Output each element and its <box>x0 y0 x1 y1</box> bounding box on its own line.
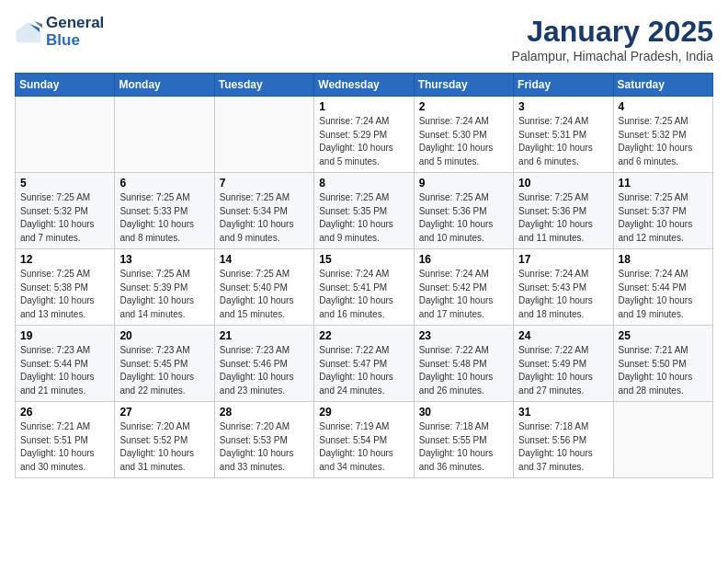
calendar-week-1: 1Sunrise: 7:24 AM Sunset: 5:29 PM Daylig… <box>16 97 713 173</box>
day-number: 3 <box>518 100 608 113</box>
calendar-cell: 25Sunrise: 7:21 AM Sunset: 5:50 PM Dayli… <box>613 326 712 402</box>
calendar-cell: 17Sunrise: 7:24 AM Sunset: 5:43 PM Dayli… <box>514 249 613 326</box>
title-block: January 2025 Palampur, Himachal Pradesh,… <box>512 15 713 63</box>
day-number: 12 <box>20 253 109 266</box>
day-number: 18 <box>619 253 708 266</box>
calendar-header-row: SundayMondayTuesdayWednesdayThursdayFrid… <box>16 74 713 97</box>
calendar-cell: 16Sunrise: 7:24 AM Sunset: 5:42 PM Dayli… <box>414 249 513 326</box>
calendar-cell: 21Sunrise: 7:23 AM Sunset: 5:46 PM Dayli… <box>214 326 313 402</box>
day-info: Sunrise: 7:25 AM Sunset: 5:35 PM Dayligh… <box>319 191 408 245</box>
location-subtitle: Palampur, Himachal Pradesh, India <box>512 49 713 63</box>
calendar-cell: 12Sunrise: 7:25 AM Sunset: 5:38 PM Dayli… <box>16 249 115 326</box>
calendar-week-4: 19Sunrise: 7:23 AM Sunset: 5:44 PM Dayli… <box>16 326 713 402</box>
calendar-cell: 15Sunrise: 7:24 AM Sunset: 5:41 PM Dayli… <box>314 249 414 326</box>
calendar-cell: 3Sunrise: 7:24 AM Sunset: 5:31 PM Daylig… <box>514 97 613 173</box>
day-info: Sunrise: 7:24 AM Sunset: 5:44 PM Dayligh… <box>619 268 708 321</box>
day-info: Sunrise: 7:22 AM Sunset: 5:47 PM Dayligh… <box>319 344 408 397</box>
day-info: Sunrise: 7:25 AM Sunset: 5:32 PM Dayligh… <box>619 115 708 168</box>
day-number: 4 <box>619 100 708 113</box>
calendar-cell: 19Sunrise: 7:23 AM Sunset: 5:44 PM Dayli… <box>16 326 115 402</box>
day-number: 26 <box>20 406 109 419</box>
calendar-cell: 18Sunrise: 7:24 AM Sunset: 5:44 PM Dayli… <box>613 249 712 326</box>
day-number: 25 <box>619 329 708 342</box>
day-info: Sunrise: 7:22 AM Sunset: 5:48 PM Dayligh… <box>419 344 508 397</box>
calendar-cell: 14Sunrise: 7:25 AM Sunset: 5:40 PM Dayli… <box>214 249 313 326</box>
day-info: Sunrise: 7:18 AM Sunset: 5:56 PM Dayligh… <box>518 420 608 474</box>
calendar-cell: 10Sunrise: 7:25 AM Sunset: 5:36 PM Dayli… <box>514 173 613 249</box>
day-number: 1 <box>319 100 408 113</box>
calendar-week-2: 5Sunrise: 7:25 AM Sunset: 5:32 PM Daylig… <box>16 173 713 249</box>
calendar-cell: 13Sunrise: 7:25 AM Sunset: 5:39 PM Dayli… <box>115 249 214 326</box>
day-number: 29 <box>319 406 408 419</box>
day-info: Sunrise: 7:23 AM Sunset: 5:46 PM Dayligh… <box>220 344 309 397</box>
calendar-cell: 28Sunrise: 7:20 AM Sunset: 5:53 PM Dayli… <box>214 402 313 478</box>
day-number: 10 <box>518 177 608 190</box>
page-header: General Blue January 2025 Palampur, Hima… <box>15 15 713 63</box>
day-info: Sunrise: 7:18 AM Sunset: 5:55 PM Dayligh… <box>419 420 508 474</box>
day-number: 22 <box>319 329 408 342</box>
column-header-tuesday: Tuesday <box>214 74 313 97</box>
day-number: 16 <box>419 253 508 266</box>
calendar-cell: 11Sunrise: 7:25 AM Sunset: 5:37 PM Dayli… <box>613 173 712 249</box>
day-info: Sunrise: 7:25 AM Sunset: 5:39 PM Dayligh… <box>119 268 209 321</box>
logo-text: General Blue <box>46 15 104 49</box>
day-info: Sunrise: 7:25 AM Sunset: 5:33 PM Dayligh… <box>119 191 209 245</box>
calendar-cell: 5Sunrise: 7:25 AM Sunset: 5:32 PM Daylig… <box>16 173 115 249</box>
calendar-cell: 31Sunrise: 7:18 AM Sunset: 5:56 PM Dayli… <box>514 402 613 478</box>
day-number: 23 <box>419 329 508 342</box>
day-number: 21 <box>220 329 309 342</box>
column-header-sunday: Sunday <box>16 74 115 97</box>
day-number: 31 <box>518 406 608 419</box>
day-info: Sunrise: 7:24 AM Sunset: 5:41 PM Dayligh… <box>319 268 408 321</box>
day-info: Sunrise: 7:25 AM Sunset: 5:38 PM Dayligh… <box>20 268 109 321</box>
calendar-cell: 30Sunrise: 7:18 AM Sunset: 5:55 PM Dayli… <box>414 402 513 478</box>
calendar-cell: 24Sunrise: 7:22 AM Sunset: 5:49 PM Dayli… <box>514 326 613 402</box>
calendar-body: 1Sunrise: 7:24 AM Sunset: 5:29 PM Daylig… <box>16 97 713 478</box>
day-info: Sunrise: 7:20 AM Sunset: 5:52 PM Dayligh… <box>119 420 209 474</box>
calendar-cell: 27Sunrise: 7:20 AM Sunset: 5:52 PM Dayli… <box>115 402 214 478</box>
logo-icon <box>15 18 42 46</box>
day-info: Sunrise: 7:20 AM Sunset: 5:53 PM Dayligh… <box>220 420 309 474</box>
day-number: 9 <box>419 177 508 190</box>
day-info: Sunrise: 7:21 AM Sunset: 5:51 PM Dayligh… <box>20 420 109 474</box>
calendar-week-3: 12Sunrise: 7:25 AM Sunset: 5:38 PM Dayli… <box>16 249 713 326</box>
day-info: Sunrise: 7:24 AM Sunset: 5:31 PM Dayligh… <box>518 115 608 168</box>
column-header-wednesday: Wednesday <box>314 74 414 97</box>
day-info: Sunrise: 7:25 AM Sunset: 5:40 PM Dayligh… <box>220 268 309 321</box>
day-info: Sunrise: 7:24 AM Sunset: 5:42 PM Dayligh… <box>419 268 508 321</box>
column-header-thursday: Thursday <box>414 74 513 97</box>
column-header-monday: Monday <box>115 74 214 97</box>
day-number: 19 <box>20 329 109 342</box>
day-info: Sunrise: 7:24 AM Sunset: 5:30 PM Dayligh… <box>419 115 508 168</box>
calendar-table: SundayMondayTuesdayWednesdayThursdayFrid… <box>15 73 713 478</box>
day-number: 5 <box>20 177 109 190</box>
day-info: Sunrise: 7:24 AM Sunset: 5:43 PM Dayligh… <box>518 268 608 321</box>
calendar-cell: 26Sunrise: 7:21 AM Sunset: 5:51 PM Dayli… <box>16 402 115 478</box>
day-info: Sunrise: 7:22 AM Sunset: 5:49 PM Dayligh… <box>518 344 608 397</box>
day-info: Sunrise: 7:25 AM Sunset: 5:32 PM Dayligh… <box>20 191 109 245</box>
calendar-cell: 7Sunrise: 7:25 AM Sunset: 5:34 PM Daylig… <box>214 173 313 249</box>
day-number: 2 <box>419 100 508 113</box>
day-number: 28 <box>220 406 309 419</box>
day-number: 27 <box>119 406 209 419</box>
calendar-cell <box>115 97 214 173</box>
day-number: 7 <box>220 177 309 190</box>
day-info: Sunrise: 7:23 AM Sunset: 5:44 PM Dayligh… <box>20 344 109 397</box>
day-number: 24 <box>518 329 608 342</box>
day-number: 13 <box>119 253 209 266</box>
column-header-saturday: Saturday <box>613 74 712 97</box>
calendar-cell <box>613 402 712 478</box>
day-number: 17 <box>518 253 608 266</box>
calendar-cell: 20Sunrise: 7:23 AM Sunset: 5:45 PM Dayli… <box>115 326 214 402</box>
calendar-cell: 1Sunrise: 7:24 AM Sunset: 5:29 PM Daylig… <box>314 97 414 173</box>
day-number: 15 <box>319 253 408 266</box>
calendar-cell: 9Sunrise: 7:25 AM Sunset: 5:36 PM Daylig… <box>414 173 513 249</box>
calendar-cell: 6Sunrise: 7:25 AM Sunset: 5:33 PM Daylig… <box>115 173 214 249</box>
day-info: Sunrise: 7:25 AM Sunset: 5:37 PM Dayligh… <box>619 191 708 245</box>
calendar-cell: 2Sunrise: 7:24 AM Sunset: 5:30 PM Daylig… <box>414 97 513 173</box>
day-number: 6 <box>119 177 209 190</box>
calendar-cell <box>214 97 313 173</box>
day-number: 30 <box>419 406 508 419</box>
day-info: Sunrise: 7:25 AM Sunset: 5:36 PM Dayligh… <box>518 191 608 245</box>
day-info: Sunrise: 7:25 AM Sunset: 5:34 PM Dayligh… <box>220 191 309 245</box>
